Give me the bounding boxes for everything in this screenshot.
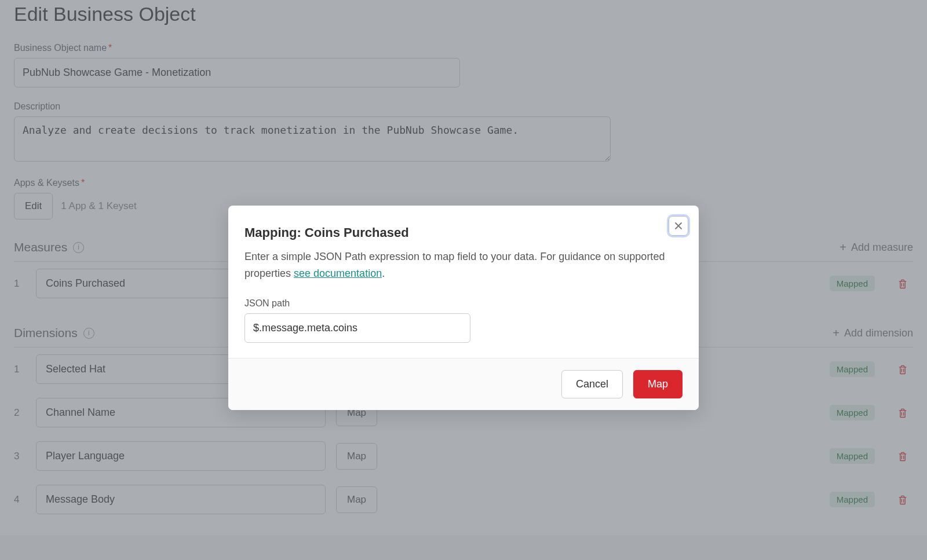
map-button[interactable]: Map [633,370,683,398]
cancel-button[interactable]: Cancel [561,370,623,398]
modal-title: Mapping: Coins Purchased [244,225,683,240]
json-path-label: JSON path [244,298,683,309]
modal-footer: Cancel Map [228,358,699,410]
close-button[interactable] [669,216,688,236]
close-icon [674,221,683,230]
modal-overlay: Mapping: Coins Purchased Enter a simple … [0,0,927,560]
documentation-link[interactable]: see documentation [294,268,382,279]
modal-body: Mapping: Coins Purchased Enter a simple … [228,206,699,358]
json-path-input[interactable] [244,313,470,343]
mapping-modal: Mapping: Coins Purchased Enter a simple … [228,206,699,410]
modal-description: Enter a simple JSON Path expression to m… [244,248,683,282]
modal-desc-suffix: . [382,268,385,279]
